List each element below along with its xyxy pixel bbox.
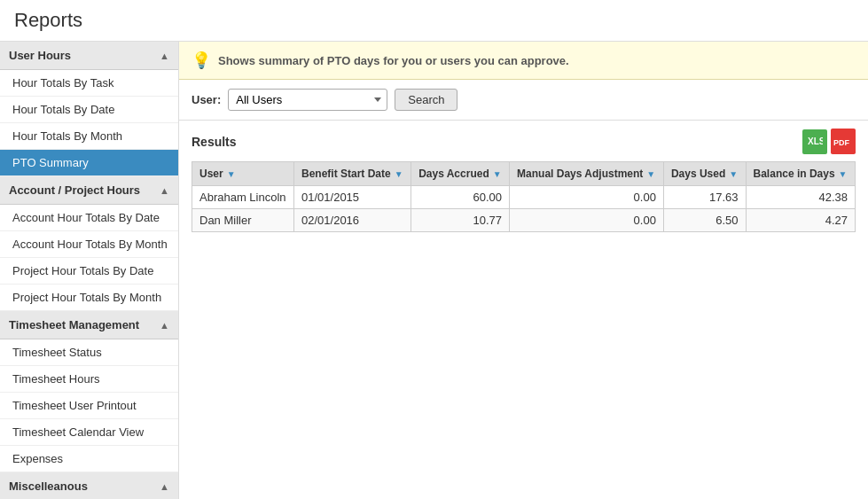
sidebar-item-account-hour-totals-by-date[interactable]: Account Hour Totals By Date	[0, 205, 178, 231]
col-header-days-accrued: Days Accrued▼	[411, 162, 510, 186]
export-pdf-button[interactable]: PDF	[831, 129, 856, 154]
info-bar: 💡 Shows summary of PTO days for you or u…	[179, 42, 868, 80]
svg-text:PDF: PDF	[833, 138, 850, 147]
sidebar-group-timesheet-management[interactable]: Timesheet Management▲	[0, 311, 178, 339]
table-header: User▼Benefit Start Date▼Days Accrued▼Man…	[192, 162, 856, 186]
cell-user-row-0: Abraham Lincoln	[192, 186, 294, 209]
page-header: Reports	[0, 0, 868, 42]
sidebar-item-hour-totals-by-month[interactable]: Hour Totals By Month	[0, 123, 178, 150]
page-title: Reports	[14, 9, 854, 32]
sidebar-group-label-account-project-hours: Account / Project Hours	[9, 183, 140, 197]
sidebar-item-expenses[interactable]: Expenses	[0, 446, 178, 472]
sidebar-group-user-hours[interactable]: User Hours▲	[0, 42, 178, 70]
results-title: Results	[192, 135, 237, 149]
col-header-benefit-start-date: Benefit Start Date▼	[294, 162, 411, 186]
sidebar-group-label-timesheet-management: Timesheet Management	[9, 318, 139, 331]
col-header-balance-in-days: Balance in Days▼	[746, 162, 855, 186]
user-filter-label: User:	[192, 93, 221, 106]
filter-bar: User: All UsersAbraham LincolnDan Miller…	[179, 80, 868, 121]
layout: User Hours▲Hour Totals By TaskHour Total…	[0, 42, 868, 499]
cell-days_accrued-row-0: 60.00	[411, 186, 510, 209]
sidebar-group-label-user-hours: User Hours	[9, 49, 71, 62]
cell-manual_days_adjustment-row-1: 0.00	[510, 209, 664, 232]
col-filter-user[interactable]: ▼	[227, 169, 236, 179]
sidebar-item-timesheet-user-printout[interactable]: Timesheet User Printout	[0, 393, 178, 419]
cell-manual_days_adjustment-row-0: 0.00	[510, 186, 664, 209]
col-filter-balance-in-days[interactable]: ▼	[839, 169, 848, 179]
sidebar-item-hour-totals-by-date[interactable]: Hour Totals By Date	[0, 97, 178, 123]
col-filter-manual-days-adjustment[interactable]: ▼	[646, 169, 655, 179]
table-body: Abraham Lincoln01/01/201560.000.0017.634…	[192, 186, 856, 232]
results-header: Results XLS	[192, 129, 856, 154]
main-content: 💡 Shows summary of PTO days for you or u…	[179, 42, 868, 499]
export-icons: XLS PDF	[802, 129, 856, 154]
page-wrapper: Reports User Hours▲Hour Totals By TaskHo…	[0, 0, 868, 499]
sidebar-group-account-project-hours[interactable]: Account / Project Hours▲	[0, 176, 178, 205]
cell-benefit_start_date-row-0: 01/01/2015	[294, 186, 411, 209]
col-header-user: User▼	[192, 162, 294, 186]
col-filter-benefit-start-date[interactable]: ▼	[395, 169, 403, 179]
sidebar-group-arrow-miscellaneous: ▲	[160, 481, 169, 492]
col-label-days-accrued: Days Accrued	[418, 168, 489, 180]
results-section: Results XLS	[179, 121, 868, 241]
col-label-benefit-start-date: Benefit Start Date	[301, 168, 391, 180]
col-filter-days-used[interactable]: ▼	[729, 169, 738, 179]
cell-days_accrued-row-1: 10.77	[411, 209, 510, 232]
bulb-icon: 💡	[192, 51, 211, 70]
sidebar-group-arrow-timesheet-management: ▲	[160, 320, 169, 331]
user-filter-select[interactable]: All UsersAbraham LincolnDan Miller	[228, 89, 387, 111]
sidebar-group-arrow-account-project-hours: ▲	[160, 185, 169, 196]
col-header-days-used: Days Used▼	[663, 162, 746, 186]
cell-balance_in_days-row-1: 4.27	[746, 209, 855, 232]
col-header-manual-days-adjustment: Manual Days Adjustment▼	[510, 162, 664, 186]
svg-text:XLS: XLS	[808, 136, 823, 146]
col-label-manual-days-adjustment: Manual Days Adjustment	[517, 168, 643, 180]
sidebar-item-hour-totals-by-task[interactable]: Hour Totals By Task	[0, 70, 178, 97]
sidebar-item-project-hour-totals-by-date[interactable]: Project Hour Totals By Date	[0, 258, 178, 285]
table-row: Dan Miller02/01/201610.770.006.504.27	[192, 209, 856, 232]
col-label-user: User	[199, 168, 223, 180]
excel-icon-label: XLS	[807, 133, 823, 151]
sidebar-group-arrow-user-hours: ▲	[160, 51, 169, 61]
sidebar: User Hours▲Hour Totals By TaskHour Total…	[0, 42, 179, 499]
table-row: Abraham Lincoln01/01/201560.000.0017.634…	[192, 186, 856, 209]
cell-balance_in_days-row-0: 42.38	[746, 186, 855, 209]
col-label-days-used: Days Used	[671, 168, 725, 180]
search-button[interactable]: Search	[395, 89, 457, 111]
sidebar-item-timesheet-hours[interactable]: Timesheet Hours	[0, 366, 178, 393]
pdf-icon-label: PDF	[831, 129, 856, 155]
sidebar-item-timesheet-calendar-view[interactable]: Timesheet Calendar View	[0, 419, 178, 446]
col-filter-days-accrued[interactable]: ▼	[493, 169, 502, 179]
sidebar-item-project-hour-totals-by-month[interactable]: Project Hour Totals By Month	[0, 285, 178, 311]
col-label-balance-in-days: Balance in Days	[754, 168, 835, 180]
sidebar-group-label-miscellaneous: Miscelleanous	[9, 480, 88, 493]
results-table: User▼Benefit Start Date▼Days Accrued▼Man…	[192, 161, 856, 232]
cell-user-row-1: Dan Miller	[192, 209, 294, 232]
sidebar-item-pto-summary[interactable]: PTO Summary	[0, 150, 178, 176]
info-message: Shows summary of PTO days for you or use…	[218, 54, 569, 67]
cell-days_used-row-0: 17.63	[663, 186, 746, 209]
export-excel-button[interactable]: XLS	[802, 129, 827, 154]
sidebar-item-account-hour-totals-by-month[interactable]: Account Hour Totals By Month	[0, 231, 178, 258]
sidebar-item-timesheet-status[interactable]: Timesheet Status	[0, 339, 178, 366]
cell-days_used-row-1: 6.50	[663, 209, 746, 232]
cell-benefit_start_date-row-1: 02/01/2016	[294, 209, 411, 232]
sidebar-group-miscellaneous[interactable]: Miscelleanous▲	[0, 472, 178, 499]
